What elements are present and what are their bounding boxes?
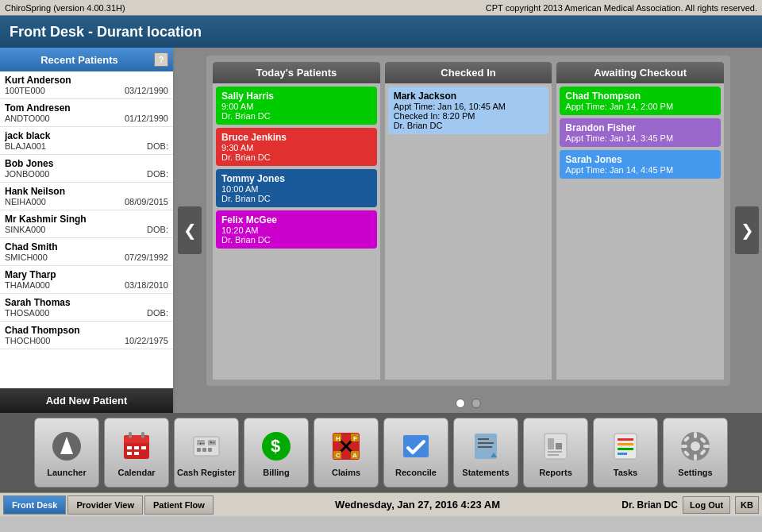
patient-list-item[interactable]: Sarah Thomas THOSA000 DOB: <box>0 294 173 322</box>
help-button[interactable]: ? <box>154 52 168 67</box>
patient-dob: DOB: <box>147 169 168 179</box>
toolbar-button-reconcile[interactable]: Reconcile <box>383 418 448 488</box>
patient-list-item[interactable]: Mary Tharp THAMA000 03/18/2010 <box>0 266 173 294</box>
patient-list-item[interactable]: Kurt Anderson 100TE000 03/12/1990 <box>0 71 173 99</box>
appt-doctor: Dr. Brian DC <box>221 235 371 245</box>
appt-name: Tommy Jones <box>221 173 371 184</box>
svg-rect-43 <box>614 434 637 459</box>
appt-time: Appt Time: Jan 14, 2:00 PM <box>565 102 715 111</box>
patient-list-item[interactable]: Hank Neilson NEIHA000 08/09/2015 <box>0 183 173 210</box>
titlebar: ChiroSpring (version 4.00.31H) CPT copyr… <box>0 0 762 16</box>
patient-meta: 100TE000 03/12/1990 <box>5 86 168 95</box>
column-body-1: Mark Jackson Appt Time: Jan 16, 10:45 AM… <box>385 83 552 380</box>
column-header-0: Today's Patients <box>213 62 380 83</box>
patient-dob: 08/09/2015 <box>125 197 168 206</box>
toolbar-button-billing[interactable]: $ Billing <box>244 418 309 488</box>
appt-time: 10:20 AM <box>221 226 371 235</box>
appointment-card[interactable]: Chad Thompson Appt Time: Jan 14, 2:00 PM <box>560 87 721 115</box>
appt-time: 9:00 AM <box>221 102 371 111</box>
statusbar-right: Dr. Brian DC Log Out KB <box>622 496 759 514</box>
cashregister-label: Cash Register <box>177 468 236 477</box>
appt-name: Chad Thompson <box>565 91 715 102</box>
patient-id: SINKA000 <box>5 225 45 234</box>
appt-time: Appt Time: Jan 16, 10:45 AM <box>394 102 544 111</box>
svg-rect-44 <box>618 438 633 441</box>
status-tab-provider-view[interactable]: Provider View <box>67 495 143 515</box>
toolbar-button-tasks[interactable]: Tasks <box>593 418 658 488</box>
appt-name: Mark Jackson <box>394 91 544 102</box>
patient-list-item[interactable]: Bob Jones JONBO000 DOB: <box>0 155 173 183</box>
toolbar-button-calendar[interactable]: Calendar <box>104 418 169 488</box>
patient-meta: SMICH000 07/29/1992 <box>5 253 168 262</box>
settings-icon <box>677 428 714 465</box>
patient-name: Chad Thompson <box>5 325 168 336</box>
appointment-card[interactable]: Bruce Jenkins 9:30 AM Dr. Brian DC <box>216 128 377 166</box>
appointment-card[interactable]: Tommy Jones 10:00 AM Dr. Brian DC <box>216 169 377 207</box>
patient-meta: THAMA000 03/18/2010 <box>5 280 168 290</box>
svg-rect-36 <box>478 446 492 448</box>
toolbar-button-settings[interactable]: Settings <box>663 418 728 488</box>
page-title: Front Desk - Durant location <box>10 24 202 40</box>
toolbar-button-cashregister[interactable]: +−×÷ Cash Register <box>174 418 239 488</box>
copyright: CPT copyright 2013 American Medical Asso… <box>486 3 757 13</box>
patient-dob: 03/18/2010 <box>125 280 168 290</box>
toolbar-button-reports[interactable]: Reports <box>523 418 588 488</box>
patient-list-item[interactable]: Chad Smith SMICH000 07/29/1992 <box>0 238 173 266</box>
svg-rect-42 <box>548 454 559 456</box>
carousel-dot-2[interactable] <box>471 399 481 408</box>
claims-icon: HCFA <box>328 428 364 465</box>
svg-text:+−: +− <box>199 441 206 445</box>
appointment-card[interactable]: Sally Harris 9:00 AM Dr. Brian DC <box>216 87 377 125</box>
logout-button[interactable]: Log Out <box>683 496 730 514</box>
launcher-label: Launcher <box>47 468 87 477</box>
svg-rect-8 <box>141 446 146 449</box>
status-tab-patient-flow[interactable]: Patient Flow <box>144 495 214 515</box>
appointment-card[interactable]: Felix McGee 10:20 AM Dr. Brian DC <box>216 210 377 249</box>
carousel-right-arrow[interactable]: ❯ <box>735 206 759 254</box>
patient-list-item[interactable]: Mr Kashmir Singh SINKA000 DOB: <box>0 210 173 238</box>
patient-name: Mr Kashmir Singh <box>5 214 168 225</box>
patient-meta: NEIHA000 08/09/2015 <box>5 197 168 206</box>
patient-meta: ANDTO000 01/12/1990 <box>5 114 168 123</box>
appt-name: Felix McGee <box>221 214 371 226</box>
patient-id: SMICH000 <box>5 253 48 262</box>
svg-rect-50 <box>694 432 697 438</box>
status-tab-front-desk[interactable]: Front Desk <box>3 495 66 515</box>
calendar-icon <box>118 428 155 465</box>
patient-meta: THOSA000 DOB: <box>5 308 168 318</box>
carousel-area: Today's Patients Sally Harris 9:00 AM Dr… <box>175 48 762 394</box>
add-new-patient-button[interactable]: Add New Patient <box>0 388 173 413</box>
columns-wrapper: Today's Patients Sally Harris 9:00 AM Dr… <box>206 56 730 386</box>
billing-label: Billing <box>263 468 290 477</box>
toolbar-button-statements[interactable]: Statements <box>453 418 518 488</box>
svg-rect-51 <box>694 454 697 461</box>
appointment-card[interactable]: Mark Jackson Appt Time: Jan 16, 10:45 AM… <box>388 87 549 134</box>
patient-list-item[interactable]: Chad Thompson THOCH000 10/22/1975 <box>0 322 173 349</box>
appointment-card[interactable]: Sarah Jones Appt Time: Jan 14, 4:45 PM <box>560 150 721 179</box>
kb-button[interactable]: KB <box>735 496 759 514</box>
svg-rect-14 <box>202 448 206 452</box>
svg-point-49 <box>691 441 700 451</box>
toolbar-button-launcher[interactable]: Launcher <box>34 418 99 488</box>
svg-rect-53 <box>703 445 710 448</box>
patient-list-item[interactable]: jack black BLAJA001 DOB: <box>0 127 173 155</box>
appointment-card[interactable]: Brandon Fisher Appt Time: Jan 14, 3:45 P… <box>560 118 721 147</box>
patient-list: Kurt Anderson 100TE000 03/12/1990 Tom An… <box>0 71 173 388</box>
svg-rect-35 <box>478 442 494 444</box>
carousel-left-arrow[interactable]: ❮ <box>178 206 202 254</box>
app-header: Front Desk - Durant location <box>0 16 762 48</box>
patient-name: Chad Smith <box>5 241 168 253</box>
billing-icon: $ <box>258 428 294 465</box>
patient-id: NEIHA000 <box>5 197 46 206</box>
svg-rect-15 <box>208 448 212 452</box>
toolbar-button-claims[interactable]: HCFA Claims <box>314 418 379 488</box>
sidebar-title: Recent Patients <box>5 54 154 66</box>
svg-rect-52 <box>681 445 687 448</box>
patient-dob: 03/12/1990 <box>125 86 168 95</box>
patient-list-item[interactable]: Tom Andresen ANDTO000 01/12/1990 <box>0 99 173 127</box>
svg-text:H: H <box>336 435 341 442</box>
appt-name: Brandon Fisher <box>565 122 715 133</box>
appt-time: Appt Time: Jan 14, 3:45 PM <box>565 133 715 143</box>
appt-time: 10:00 AM <box>221 184 371 194</box>
carousel-dot-1[interactable] <box>456 399 465 408</box>
